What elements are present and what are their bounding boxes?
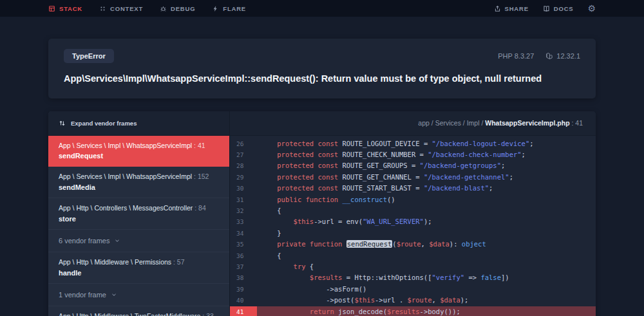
tab-context-label: CONTEXT xyxy=(110,5,143,12)
line-number: 27 xyxy=(230,149,257,160)
code-line: 37 try { xyxy=(230,261,596,272)
code-viewer[interactable]: 26 protected const ROUTE_LOGOUT_DEVICE =… xyxy=(230,136,596,316)
code-line: 28 protected const ROUTE_GET_GROUPS = "/… xyxy=(230,160,596,171)
error-message: App\Services\Impl\WhatsappServiceImpl::s… xyxy=(64,73,580,86)
code-line: 27 protected const ROUTE_CHECK_NUMBER = … xyxy=(230,149,596,160)
php-version-label: PHP 8.3.27 xyxy=(498,52,534,60)
tab-context[interactable]: CONTEXT xyxy=(99,5,143,12)
code-line: 40 ->post($this->url . $route, $data); xyxy=(230,295,596,306)
frame-line-number: : 84 xyxy=(193,204,205,212)
code-line: 39 ->asForm() xyxy=(230,284,596,295)
frame-method: store xyxy=(59,215,219,223)
file-breadcrumb: app / Services / Impl / WhatsappServiceI… xyxy=(418,119,583,127)
line-number: 33 xyxy=(230,216,257,227)
php-version: PHP 8.3.27 xyxy=(498,52,534,60)
stack-frame[interactable]: App \ Http \ Middleware \ TwoFactorMiddl… xyxy=(48,306,229,316)
frames-pane-header: Expand vendor frames xyxy=(48,111,229,136)
frame-method: sendRequest xyxy=(59,152,219,160)
line-number: 29 xyxy=(230,172,257,183)
line-number: 39 xyxy=(230,284,257,295)
code-line: 32 { xyxy=(230,205,596,216)
framework-version-label: 12.32.1 xyxy=(556,52,580,60)
expand-vendor-frames-label: Expand vendor frames xyxy=(71,120,137,127)
line-number: 32 xyxy=(230,205,257,216)
frames-list: App \ Services \ Impl \ WhatsappServiceI… xyxy=(48,136,229,316)
code-line: 36 { xyxy=(230,250,596,261)
expand-vendor-frames-button[interactable]: Expand vendor frames xyxy=(59,120,137,127)
vendor-frames-toggle[interactable]: 6 vendor frames xyxy=(48,230,229,252)
line-number: 40 xyxy=(230,295,257,306)
code-line: 34 } xyxy=(230,228,596,239)
stack-trace-card: Expand vendor frames App \ Services \ Im… xyxy=(48,111,596,316)
code-line: 33 $this->url = env("WA_URL_SERVER"); xyxy=(230,216,596,227)
frame-method: sendMedia xyxy=(59,183,219,191)
laravel-icon xyxy=(545,52,553,60)
code-line: 29 protected const ROUTE_GET_CHANNEL = "… xyxy=(230,172,596,183)
context-icon xyxy=(99,5,106,12)
frame-line-number: : 41 xyxy=(192,142,205,149)
tab-debug[interactable]: DEBUG xyxy=(160,5,195,12)
stack-frame[interactable]: App \ Http \ Controllers \ MessagesContr… xyxy=(48,198,229,230)
version-info: PHP 8.3.27 12.32.1 xyxy=(498,49,580,60)
code-pane: app / Services / Impl / WhatsappServiceI… xyxy=(230,111,596,316)
docs-icon xyxy=(543,5,550,12)
code-line: 31 public function __construct() xyxy=(230,194,596,205)
stack-frame[interactable]: App \ Services \ Impl \ WhatsappServiceI… xyxy=(48,136,229,167)
error-card-header: TypeError PHP 8.3.27 12.32.1 xyxy=(64,49,580,63)
code-line: 30 protected const ROUTE_START_BLAST = "… xyxy=(230,183,596,194)
topbar: STACK CONTEXT DEBUG FLARE SHARE DOCS ⚙ xyxy=(0,0,644,17)
debug-icon xyxy=(160,5,167,12)
chevron-down-icon xyxy=(111,292,117,298)
error-type-badge: TypeError xyxy=(64,49,114,63)
stack-icon xyxy=(48,5,55,12)
line-number: 37 xyxy=(230,261,257,272)
docs-label: DOCS xyxy=(554,5,574,12)
tab-flare-label: FLARE xyxy=(223,5,246,12)
topbar-tabs: STACK CONTEXT DEBUG FLARE xyxy=(48,5,246,12)
line-number: 41 xyxy=(230,306,257,316)
frame-class: App \ Http \ Middleware \ TwoFactorMiddl… xyxy=(59,311,219,316)
page: TypeError PHP 8.3.27 12.32.1 App\Service… xyxy=(0,39,644,316)
flare-icon xyxy=(212,5,219,12)
code-pane-header: app / Services / Impl / WhatsappServiceI… xyxy=(230,111,596,136)
tab-debug-label: DEBUG xyxy=(171,5,195,12)
frame-class: App \ Services \ Impl \ WhatsappServiceI… xyxy=(59,172,219,182)
framework-version: 12.32.1 xyxy=(545,52,580,60)
vendor-frame-label: 1 vendor frame xyxy=(59,291,106,299)
frame-line-number: : 152 xyxy=(192,172,209,180)
stack-frame[interactable]: App \ Services \ Impl \ WhatsappServiceI… xyxy=(48,167,229,198)
frame-line-number: : 33 xyxy=(200,312,213,316)
code-line: 41 return json_decode($results->body()); xyxy=(230,306,596,316)
docs-button[interactable]: DOCS xyxy=(543,5,574,12)
tab-flare[interactable]: FLARE xyxy=(212,5,246,12)
expand-collapse-icon xyxy=(59,120,66,127)
vendor-frames-toggle[interactable]: 1 vendor frame xyxy=(48,284,229,306)
line-number: 35 xyxy=(230,239,257,250)
frame-class: App \ Http \ Middleware \ Permissions : … xyxy=(59,257,219,268)
gear-icon[interactable]: ⚙ xyxy=(587,4,596,13)
chevron-down-icon xyxy=(114,237,120,244)
topbar-actions: SHARE DOCS ⚙ xyxy=(494,4,596,13)
code-line: 26 protected const ROUTE_LOGOUT_DEVICE =… xyxy=(230,138,596,149)
frame-class: App \ Services \ Impl \ WhatsappServiceI… xyxy=(59,141,219,151)
line-number: 34 xyxy=(230,228,257,239)
frame-class: App \ Http \ Controllers \ MessagesContr… xyxy=(59,203,219,214)
code-line: 35 private function sendRequest($route, … xyxy=(230,239,596,250)
tab-stack[interactable]: STACK xyxy=(48,5,82,12)
line-number: 28 xyxy=(230,160,257,171)
line-number: 30 xyxy=(230,183,257,194)
code-line: 38 $results = Http::withOptions(["verify… xyxy=(230,272,596,283)
frame-method: handle xyxy=(59,269,219,277)
frame-line-number: : 57 xyxy=(171,258,184,266)
tab-stack-label: STACK xyxy=(59,5,82,12)
share-label: SHARE xyxy=(505,5,529,12)
line-number: 36 xyxy=(230,250,257,261)
line-number: 31 xyxy=(230,194,257,205)
line-number: 26 xyxy=(230,138,257,149)
vendor-frame-label: 6 vendor frames xyxy=(59,237,109,245)
stack-frame[interactable]: App \ Http \ Middleware \ Permissions : … xyxy=(48,252,229,284)
line-number: 38 xyxy=(230,272,257,283)
share-icon xyxy=(494,5,501,12)
share-button[interactable]: SHARE xyxy=(494,5,529,12)
frames-pane: Expand vendor frames App \ Services \ Im… xyxy=(48,111,230,316)
